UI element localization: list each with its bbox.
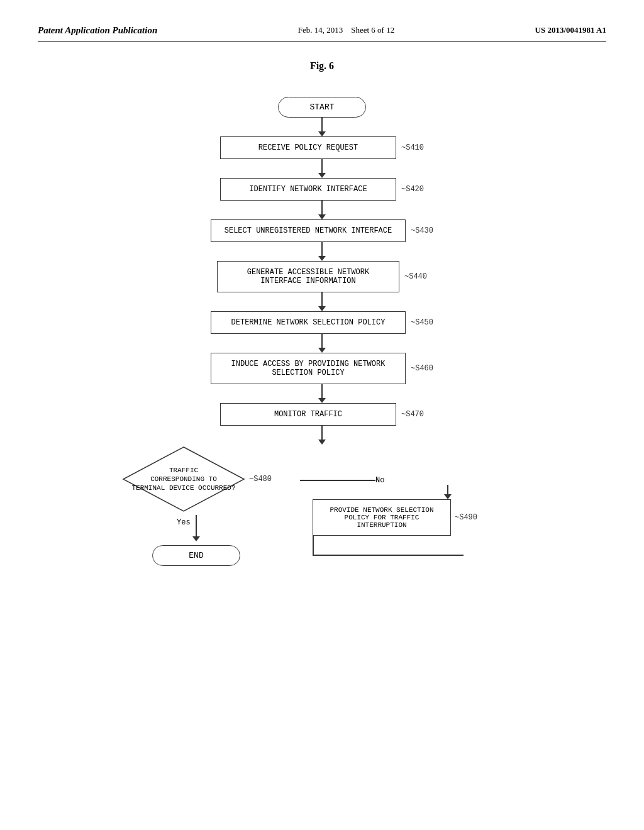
arrow-s470-to-s480: [318, 426, 326, 445]
step-s410-ref: ~S410: [401, 143, 424, 152]
step-s480: TRAFFICCORRESPONDING TOTERMINAL DEVICE O…: [121, 445, 247, 514]
left-column: TRAFFICCORRESPONDING TOTERMINAL DEVICE O…: [99, 445, 294, 566]
step-s430-ref: ~S430: [411, 226, 433, 235]
step-s490-row: PROVIDE NETWORK SELECTIONPOLICY FOR TRAF…: [313, 499, 477, 536]
sheet-info: Sheet 6 of 12: [351, 25, 394, 35]
page-header: Patent Application Publication Feb. 14, …: [38, 25, 606, 42]
step-s440-ref: ~S440: [404, 272, 427, 281]
arrow-s450-to-s460: [318, 334, 326, 353]
step-s470-ref: ~S470: [401, 410, 424, 419]
arrow-s430-to-s440: [318, 242, 326, 261]
step-s450-row: DETERMINE NETWORK SELECTION POLICY ~S450: [211, 311, 433, 334]
step-s460-row: INDUCE ACCESS BY PROVIDING NETWORKSELECT…: [211, 353, 433, 384]
flowchart: START RECEIVE POLICY REQUEST ~S410 IDENT…: [38, 97, 606, 566]
step-s410-row: RECEIVE POLICY REQUEST ~S410: [220, 136, 424, 159]
step-s460-ref: ~S460: [411, 364, 433, 373]
arrow-s420-to-s430: [318, 201, 326, 219]
page: Patent Application Publication Feb. 14, …: [0, 0, 644, 830]
arrow-s410-to-s420: [318, 159, 326, 178]
step-s470-row: MONITOR TRAFFIC ~S470: [220, 403, 424, 426]
publication-label: Patent Application Publication: [38, 25, 157, 36]
pub-date: Feb. 14, 2013: [298, 25, 343, 35]
diamond-row: TRAFFICCORRESPONDING TOTERMINAL DEVICE O…: [121, 445, 272, 514]
step-s490-ref: ~S490: [455, 513, 477, 522]
branch-section: TRAFFICCORRESPONDING TOTERMINAL DEVICE O…: [99, 445, 526, 566]
step-s430-row: SELECT UNREGISTERED NETWORK INTERFACE ~S…: [211, 219, 433, 242]
start-node: START: [278, 97, 366, 118]
step-s410: RECEIVE POLICY REQUEST: [220, 136, 396, 159]
step-s470: MONITOR TRAFFIC: [220, 403, 396, 426]
step-s420-row: IDENTIFY NETWORK INTERFACE ~S420: [220, 178, 424, 201]
step-s450-ref: ~S450: [411, 318, 433, 327]
yes-label: Yes: [177, 518, 191, 527]
step-s440-row: GENERATE ACCESSIBLE NETWORKINTERFACE INF…: [217, 261, 427, 292]
step-s440: GENERATE ACCESSIBLE NETWORKINTERFACE INF…: [217, 261, 399, 292]
end-node-group: END: [152, 545, 240, 566]
step-s490: PROVIDE NETWORK SELECTIONPOLICY FOR TRAF…: [313, 499, 451, 536]
no-horizontal-line: [300, 480, 375, 481]
step-s460: INDUCE ACCESS BY PROVIDING NETWORKSELECT…: [211, 353, 406, 384]
step-s450: DETERMINE NETWORK SELECTION POLICY: [211, 311, 406, 334]
patent-number: US 2013/0041981 A1: [535, 25, 606, 35]
right-column: No PROVIDE NETWORK SELECTIONPOLICY FOR T…: [300, 445, 520, 556]
arrow-s460-to-s470: [318, 384, 326, 403]
start-node-group: START: [278, 97, 366, 118]
header-center: Feb. 14, 2013 Sheet 6 of 12: [298, 25, 394, 35]
no-label: No: [375, 476, 384, 485]
step-s480-ref: ~S480: [249, 475, 272, 484]
return-horizontal-line: [313, 555, 464, 556]
step-s420-ref: ~S420: [401, 185, 424, 194]
arrow-s440-to-s450: [318, 292, 326, 311]
step-s420: IDENTIFY NETWORK INTERFACE: [220, 178, 396, 201]
arrow-start-to-s410: [318, 118, 326, 136]
figure-title: Fig. 6: [38, 60, 606, 72]
yes-path: Yes: [192, 515, 200, 541]
step-s430: SELECT UNREGISTERED NETWORK INTERFACE: [211, 219, 406, 242]
end-node: END: [152, 545, 240, 566]
no-path-horizontal: No: [300, 476, 520, 485]
